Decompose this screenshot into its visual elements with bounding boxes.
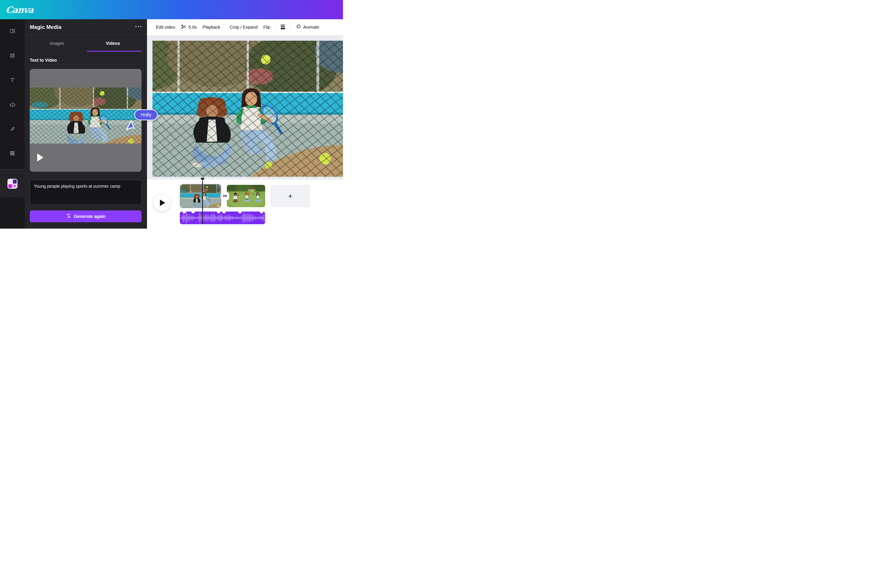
active-tab-underline bbox=[87, 51, 141, 52]
transition-button[interactable] bbox=[220, 192, 229, 200]
design-icon bbox=[9, 28, 15, 35]
transition-bowtie-icon bbox=[223, 194, 227, 199]
audio-track[interactable] bbox=[180, 212, 265, 224]
plus-icon: + bbox=[288, 192, 292, 200]
sidebar-item-elements[interactable] bbox=[0, 48, 25, 63]
duration-label: 5.0s bbox=[189, 25, 197, 30]
scissors-icon bbox=[181, 24, 187, 31]
tab-videos[interactable]: Videos bbox=[84, 35, 141, 51]
sidebar-divider bbox=[3, 170, 22, 170]
regenerate-icon bbox=[66, 213, 71, 220]
audio-waveform bbox=[180, 212, 265, 224]
playhead-marker[interactable] bbox=[200, 178, 205, 183]
sidebar-item-draw[interactable] bbox=[0, 122, 25, 137]
play-icon bbox=[160, 200, 165, 206]
edit-video-button[interactable]: Edit video bbox=[153, 22, 178, 33]
draw-pen-icon bbox=[9, 126, 15, 133]
sidebar-rail bbox=[0, 19, 25, 229]
flip-button[interactable]: Flip bbox=[261, 22, 273, 33]
sidebar-item-design[interactable] bbox=[0, 24, 25, 39]
sidebar-item-uploads[interactable] bbox=[0, 98, 25, 112]
design-canvas-area bbox=[147, 35, 343, 179]
animate-button[interactable]: Animate bbox=[292, 22, 322, 33]
timeline-clip-tennis[interactable] bbox=[180, 184, 221, 208]
timeline: + bbox=[147, 179, 343, 229]
playhead-line[interactable] bbox=[202, 181, 203, 224]
crop-expand-button[interactable]: Crop / Expand bbox=[227, 22, 261, 33]
top-brand-bar: Canva bbox=[0, 0, 343, 19]
play-icon[interactable] bbox=[37, 153, 44, 162]
upload-cloud-icon bbox=[9, 102, 15, 108]
context-toolbar: Edit video 5.0s Playback Crop / Expand F… bbox=[147, 19, 343, 35]
text-icon bbox=[9, 77, 15, 84]
position-bars-icon bbox=[280, 24, 286, 31]
magic-media-sparkle-icon bbox=[8, 180, 12, 183]
trim-duration-button[interactable]: 5.0s bbox=[178, 22, 200, 33]
apps-grid-icon bbox=[9, 150, 15, 157]
generated-video-preview[interactable] bbox=[30, 69, 141, 172]
timeline-play-button[interactable] bbox=[154, 195, 170, 211]
prompt-input[interactable]: Young people playing sports at summer ca… bbox=[30, 180, 141, 204]
magic-media-image-icon bbox=[8, 184, 12, 188]
magic-media-video-icon bbox=[13, 180, 17, 183]
elements-icon bbox=[9, 52, 15, 59]
tab-images[interactable]: Images bbox=[30, 35, 84, 51]
timeline-clip-grass[interactable] bbox=[227, 185, 265, 207]
generate-again-button[interactable]: Generate again bbox=[30, 210, 141, 222]
magic-media-panel: Magic Media Images Videos Text to Video … bbox=[25, 19, 147, 229]
sidebar-item-apps[interactable] bbox=[0, 146, 25, 161]
magic-media-planet-icon bbox=[13, 184, 17, 188]
animate-icon bbox=[296, 24, 301, 31]
panel-header: Magic Media bbox=[25, 19, 147, 35]
editor-main: Edit video 5.0s Playback Crop / Expand F… bbox=[147, 19, 343, 229]
media-type-tabs: Images Videos bbox=[25, 35, 147, 51]
ellipsis-menu-icon[interactable] bbox=[135, 26, 141, 27]
add-clip-button[interactable]: + bbox=[271, 185, 310, 207]
panel-title: Magic Media bbox=[30, 24, 62, 30]
animate-label: Animate bbox=[303, 25, 319, 30]
sidebar-item-magic-media-app[interactable] bbox=[8, 179, 18, 189]
section-title: Text to Video bbox=[30, 58, 57, 63]
canva-app-window: Canva bbox=[0, 0, 343, 229]
toolbar-divider bbox=[275, 22, 275, 32]
sidebar-item-text[interactable] bbox=[0, 73, 25, 88]
generated-video-thumbnail bbox=[30, 87, 141, 144]
canvas-video-element[interactable] bbox=[153, 40, 343, 177]
playback-button[interactable]: Playback bbox=[200, 22, 223, 33]
sidebar-rail-bottom-section bbox=[0, 197, 25, 229]
generate-again-label: Generate again bbox=[74, 214, 106, 219]
position-button[interactable] bbox=[277, 22, 289, 33]
canva-logo[interactable]: Canva bbox=[5, 4, 33, 15]
